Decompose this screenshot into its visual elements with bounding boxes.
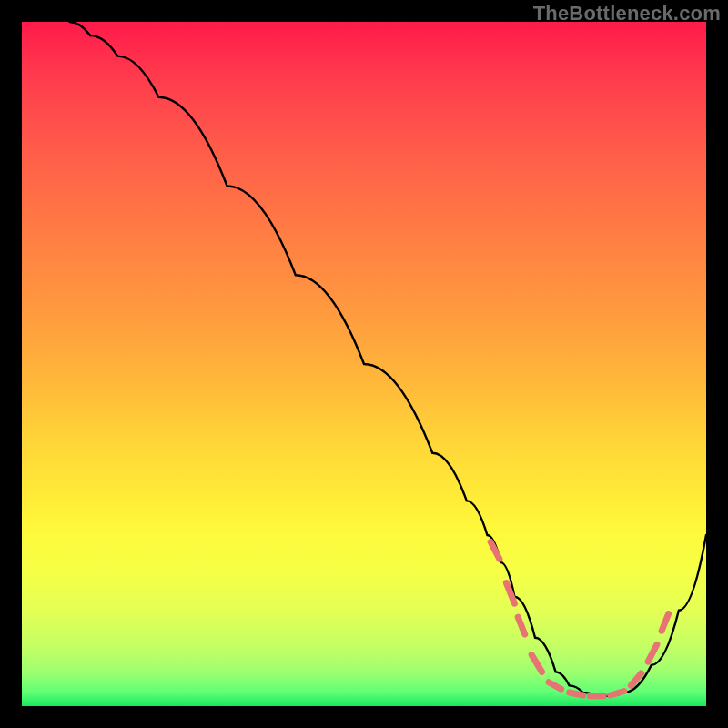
dash-marker (662, 614, 669, 632)
dash-marker (518, 617, 525, 634)
bottleneck-curve (70, 22, 706, 696)
flat-region-dashes (490, 542, 669, 696)
dash-marker (549, 682, 561, 690)
chart-plot-area (22, 22, 706, 706)
chart-frame: TheBottleneck.com (0, 0, 728, 728)
dash-marker (611, 692, 624, 696)
dash-marker (490, 542, 500, 560)
dash-marker (570, 693, 583, 695)
dash-marker (531, 655, 541, 672)
chart-svg (22, 22, 706, 706)
dash-marker (648, 644, 657, 662)
watermark-text: TheBottleneck.com (533, 2, 721, 25)
